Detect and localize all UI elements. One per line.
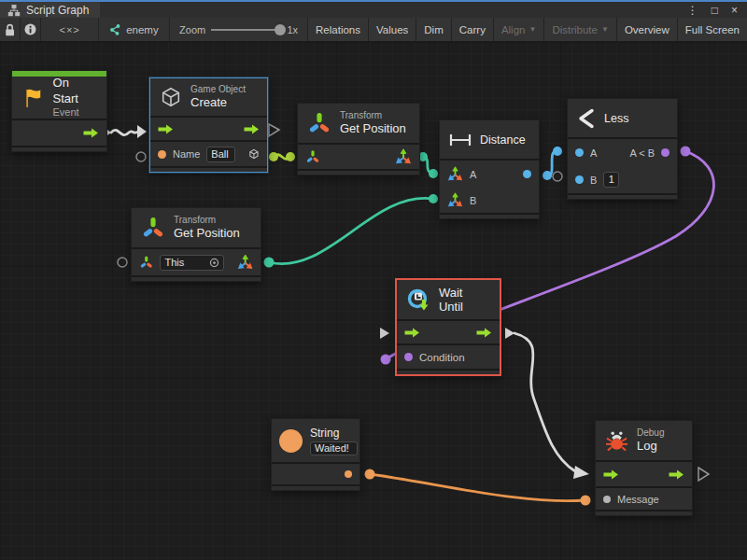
node-get-position-top[interactable]: Transform Get Position — [297, 103, 420, 175]
flow-out-port[interactable] — [83, 128, 99, 138]
chevron-down-icon: ▼ — [601, 25, 609, 34]
window-maximize-button[interactable]: □ — [712, 4, 718, 17]
zoom-slider-track[interactable] — [211, 29, 281, 31]
node-game-object-create[interactable]: Game Object Create Name Ball — [149, 77, 268, 173]
node-debug-log[interactable]: Debug Log Message — [595, 420, 693, 516]
node-subtitle: Event — [53, 106, 97, 119]
zoom-slider-handle[interactable] — [275, 24, 286, 35]
graph-toolbar: <×> enemy Zoom 1x Relations Values Dim C… — [0, 18, 747, 42]
node-title: Wait Until — [439, 286, 490, 314]
port-a-label: A — [590, 147, 597, 159]
flow-in-port[interactable] — [404, 328, 420, 338]
node-footer — [568, 193, 677, 199]
flow-out-port[interactable] — [669, 469, 684, 480]
script-graph-window: Script Graph ⋮ □ × <×> — [0, 0, 747, 560]
node-distance[interactable]: Distance A — [439, 119, 540, 219]
transform-in-port[interactable] — [305, 149, 320, 164]
object-picker-icon[interactable] — [209, 258, 219, 268]
name-port-label: Name — [173, 148, 200, 160]
node-header: Transform Get Position — [298, 104, 419, 143]
vector3-out-port[interactable] — [237, 254, 253, 271]
info-button[interactable] — [21, 18, 41, 41]
node-header: On Start Event — [12, 77, 106, 119]
port-row-b: B 1 — [568, 166, 677, 193]
align-label: Align — [501, 24, 526, 35]
bug-icon — [605, 429, 628, 453]
toolbar-button-overview[interactable]: Overview — [617, 18, 678, 41]
node-footer — [596, 510, 692, 515]
vector3-in-port-b[interactable] — [447, 192, 463, 208]
node-footer — [397, 369, 500, 374]
lock-icon — [4, 23, 16, 36]
graph-icon — [7, 4, 21, 17]
node-category: Debug — [637, 427, 664, 440]
tab-script-graph[interactable]: Script Graph — [0, 2, 100, 18]
target-value: This — [164, 256, 184, 270]
node-title: Get Position — [340, 121, 406, 136]
flow-row — [150, 116, 267, 140]
name-in-port[interactable] — [158, 150, 166, 159]
value-row: This — [132, 247, 261, 275]
transform-in-port[interactable] — [139, 255, 153, 270]
toolbar-button-values[interactable]: Values — [369, 18, 416, 41]
lock-button[interactable] — [0, 18, 21, 41]
node-title: Create — [190, 95, 246, 110]
distance-out-port[interactable] — [523, 170, 531, 178]
flow-out-port[interactable] — [244, 124, 260, 134]
code-view-button[interactable]: <×> — [41, 18, 99, 41]
less-out-port[interactable] — [661, 148, 669, 157]
string-out-port[interactable] — [345, 470, 352, 478]
flow-out-port[interactable] — [476, 328, 492, 338]
node-footer — [150, 166, 267, 172]
less-a-in-port[interactable] — [575, 148, 584, 157]
cube-icon — [160, 86, 182, 108]
node-on-start-event[interactable]: On Start Event — [11, 70, 107, 152]
flow-row — [12, 119, 106, 146]
node-get-position-bottom[interactable]: Transform Get Position This — [131, 207, 261, 282]
node-less[interactable]: Less A A < B B 1 — [567, 98, 678, 200]
node-wait-until[interactable]: Wait Until Condition — [395, 278, 501, 376]
zoom-control: Zoom 1x — [170, 18, 308, 41]
message-in-port[interactable] — [603, 496, 611, 503]
condition-label: Condition — [419, 352, 465, 363]
toolbar-button-carry[interactable]: Carry — [452, 18, 494, 41]
window-controls: ⋮ □ × — [687, 2, 747, 18]
less-b-input[interactable]: 1 — [603, 172, 619, 188]
condition-in-port[interactable] — [404, 353, 413, 361]
value-rows: A A < B B 1 — [568, 137, 677, 193]
graph-breadcrumb[interactable]: enemy — [99, 18, 170, 41]
transform-icon — [141, 216, 165, 240]
vector3-in-port-a[interactable] — [447, 166, 463, 182]
node-category: Transform — [174, 215, 240, 227]
flow-in-port[interactable] — [158, 124, 174, 134]
vector3-out-port[interactable] — [395, 148, 412, 165]
value-row: Condition — [397, 343, 500, 369]
flow-in-port[interactable] — [603, 469, 619, 480]
gameobject-out-port[interactable] — [248, 147, 260, 161]
toolbar-button-relations[interactable]: Relations — [308, 18, 369, 41]
toolbar-button-align[interactable]: Align ▼ — [494, 18, 545, 41]
zoom-value: 1x — [287, 24, 298, 35]
toolbar-button-distribute[interactable]: Distribute ▼ — [544, 18, 617, 41]
string-type-icon — [279, 429, 303, 453]
toolbar-button-dim[interactable]: Dim — [416, 18, 451, 41]
window-menu-button[interactable]: ⋮ — [687, 4, 698, 17]
toolbar-button-fullscreen[interactable]: Full Screen — [678, 18, 747, 41]
active-window-highlight — [0, 0, 747, 2]
target-input[interactable]: This — [160, 255, 223, 271]
node-footer — [440, 213, 539, 218]
distribute-label: Distribute — [552, 24, 598, 35]
string-input[interactable]: Waited! — [310, 441, 358, 455]
value-row: Name Ball — [150, 140, 267, 166]
wait-clock-icon — [406, 287, 431, 313]
node-string-literal[interactable]: String Waited! — [271, 418, 360, 491]
node-category: Transform — [340, 110, 406, 122]
flow-row — [397, 319, 500, 343]
name-input[interactable]: Ball — [206, 147, 235, 162]
port-row-b: B — [440, 188, 539, 213]
less-b-in-port[interactable] — [575, 175, 584, 184]
node-header: Debug Log — [596, 421, 692, 460]
node-title: Distance — [480, 133, 526, 147]
window-close-button[interactable]: × — [731, 4, 738, 17]
less-icon — [577, 108, 596, 129]
